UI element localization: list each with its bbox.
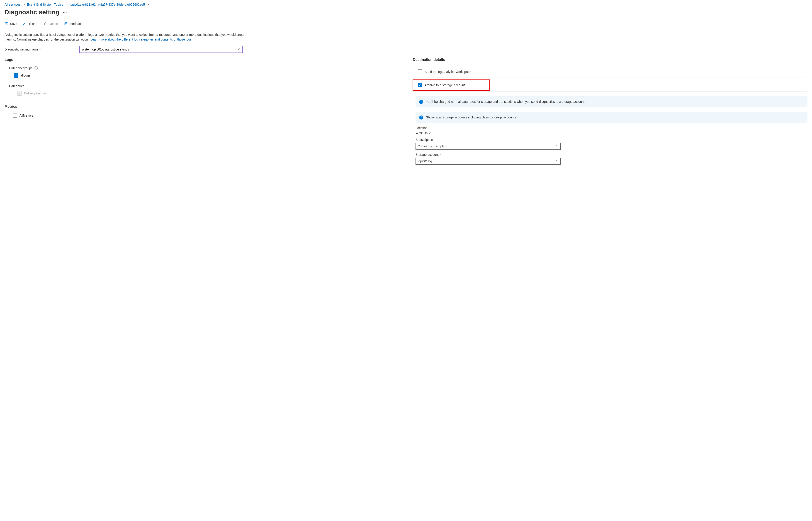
name-field-label: Diagnostic setting name *	[4, 48, 79, 51]
breadcrumb: All services > Event Grid System Topics …	[4, 3, 808, 6]
info-icon: i	[419, 115, 423, 119]
checkbox-unchecked-icon[interactable]	[418, 69, 422, 74]
discard-label: Discard	[28, 22, 38, 26]
feedback-button[interactable]: Feedback	[63, 22, 82, 26]
storage-account-label: Storage account *	[415, 153, 808, 156]
storage-account-group: Storage account * topic01stg	[415, 153, 808, 165]
chevron-right-icon: >	[23, 3, 25, 6]
checkbox-disabled-icon	[17, 91, 22, 95]
send-log-analytics-row[interactable]: Send to Log Analytics workspace	[413, 66, 808, 77]
chevron-right-icon: >	[147, 3, 149, 6]
allmetrics-label: AllMetrics	[20, 114, 33, 117]
more-menu-icon[interactable]: ⋯	[63, 10, 67, 15]
diagnostic-name-input[interactable]	[79, 46, 242, 53]
storage-account-select[interactable]: topic01stg	[415, 158, 561, 165]
subscription-select[interactable]: Contoso subscription	[415, 143, 561, 150]
archive-storage-label: Archive to a storage account	[425, 83, 465, 87]
destination-heading: Destination details	[413, 58, 808, 62]
name-field-row: Diagnostic setting name *	[4, 46, 808, 53]
alllogs-label: allLogs	[20, 74, 30, 77]
category-groups-label: Category groups i	[9, 66, 399, 70]
svg-point-1	[64, 23, 65, 24]
subscription-group: Subscription Contoso subscription	[415, 138, 808, 150]
checkbox-checked-icon[interactable]	[14, 73, 18, 78]
checkbox-checked-icon[interactable]	[418, 83, 422, 87]
info-banner: i You'll be charged normal data rates fo…	[415, 96, 808, 107]
location-label: Location	[415, 126, 808, 130]
page-title: Diagnostic setting ⋯	[4, 8, 808, 16]
trash-icon	[43, 22, 47, 26]
checkmark-icon	[237, 47, 241, 52]
close-icon	[22, 22, 26, 26]
location-group: Location West US 2	[415, 126, 808, 135]
svg-rect-0	[5, 22, 8, 25]
delete-button: Delete	[43, 22, 58, 26]
description-text: A diagnostic setting specifies a list of…	[4, 32, 249, 42]
deliveryfailures-label: DeliveryFailures	[24, 91, 47, 95]
breadcrumb-link[interactable]: Event Grid System Topics	[27, 3, 63, 6]
feedback-label: Feedback	[68, 22, 82, 26]
breadcrumb-link[interactable]: All services	[4, 3, 21, 6]
info-text: Showing all storage accounts including c…	[426, 115, 516, 120]
logs-heading: Logs	[4, 58, 399, 62]
archive-storage-row[interactable]: Archive to a storage account	[413, 80, 490, 91]
categories-label: Categories	[9, 84, 399, 88]
metrics-heading: Metrics	[4, 105, 399, 109]
deliveryfailures-checkbox-row: DeliveryFailures	[17, 91, 399, 95]
divider	[14, 81, 395, 81]
save-icon	[4, 22, 8, 26]
breadcrumb-link[interactable]: topic01stg-811a624a-8a77-437e-89de-dfeb5…	[70, 3, 145, 6]
info-icon[interactable]: i	[34, 66, 38, 70]
send-log-analytics-label: Send to Log Analytics workspace	[425, 70, 471, 74]
learn-more-link[interactable]: Learn more about the different log categ…	[90, 38, 192, 41]
save-label: Save	[10, 22, 17, 26]
subscription-value: Contoso subscription	[418, 144, 447, 148]
person-feedback-icon	[63, 22, 67, 26]
info-icon: i	[419, 100, 423, 104]
toolbar: Save Discard Delete Feedback	[4, 22, 808, 28]
page-title-text: Diagnostic setting	[4, 8, 60, 16]
chevron-right-icon: >	[65, 3, 67, 6]
checkbox-unchecked-icon[interactable]	[13, 113, 17, 118]
subscription-label: Subscription	[415, 138, 808, 141]
divider	[413, 91, 808, 92]
alllogs-checkbox-row[interactable]: allLogs	[14, 73, 399, 78]
allmetrics-checkbox-row[interactable]: AllMetrics	[13, 113, 399, 118]
storage-account-value: topic01stg	[418, 159, 432, 163]
info-text: You'll be charged normal data rates for …	[426, 99, 585, 104]
info-banner: i Showing all storage accounts including…	[415, 112, 808, 123]
discard-button[interactable]: Discard	[22, 22, 38, 26]
save-button[interactable]: Save	[4, 22, 17, 26]
location-value: West US 2	[415, 131, 808, 135]
delete-label: Delete	[49, 22, 58, 26]
